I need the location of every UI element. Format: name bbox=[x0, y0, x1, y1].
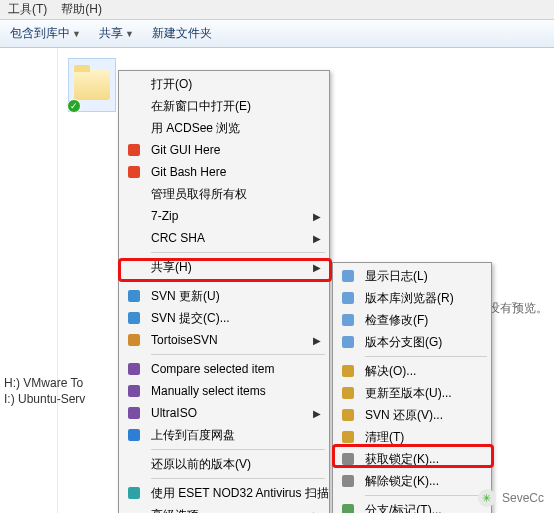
ctx-item-16[interactable]: Manually select items bbox=[121, 380, 327, 402]
ult-icon bbox=[126, 405, 142, 421]
svn-item-3[interactable]: 版本分支图(G) bbox=[335, 331, 489, 353]
ctx-item-12[interactable]: SVN 提交(C)... bbox=[121, 307, 327, 329]
log-icon bbox=[340, 268, 356, 284]
svg-rect-1 bbox=[128, 166, 140, 178]
svg-rect-4 bbox=[128, 334, 140, 346]
ctx-item-22[interactable]: 使用 ESET NOD32 Antivirus 扫描 bbox=[121, 482, 327, 504]
update-icon bbox=[340, 385, 356, 401]
submenu-arrow-icon: ▶ bbox=[313, 233, 321, 244]
ctx-item-2[interactable]: 用 ACDSee 浏览 bbox=[121, 117, 327, 139]
drive-list: H:) VMware To I:) Ubuntu-Serv bbox=[4, 375, 85, 407]
ctx-item-label: Git Bash Here bbox=[151, 165, 226, 179]
ctx-item-3[interactable]: Git GUI Here bbox=[121, 139, 327, 161]
unlock-icon bbox=[340, 473, 356, 489]
lock-icon bbox=[340, 451, 356, 467]
svg-rect-9 bbox=[128, 487, 140, 499]
svn-item-label: 清理(T) bbox=[365, 429, 404, 446]
blank-icon bbox=[126, 120, 142, 136]
svg-rect-21 bbox=[342, 475, 354, 487]
ctx-item-label: 在新窗口中打开(E) bbox=[151, 98, 251, 115]
tb-include-in-library[interactable]: 包含到库中 ▼ bbox=[10, 25, 81, 42]
check-icon bbox=[340, 312, 356, 328]
svn-item-9[interactable]: 获取锁定(K)... bbox=[335, 448, 489, 470]
svn-item-label: 版本分支图(G) bbox=[365, 334, 442, 351]
menu-tools[interactable]: 工具(T) bbox=[8, 1, 47, 18]
ctx-item-18[interactable]: 上传到百度网盘 bbox=[121, 424, 327, 446]
ctx-item-label: TortoiseSVN bbox=[151, 333, 218, 347]
ctx-item-label: SVN 提交(C)... bbox=[151, 310, 230, 327]
svg-rect-17 bbox=[342, 387, 354, 399]
tb-new-folder[interactable]: 新建文件夹 bbox=[152, 25, 212, 42]
watermark: ✳ SeveCc bbox=[478, 489, 544, 507]
eset-icon bbox=[126, 485, 142, 501]
svn-item-label: 检查修改(F) bbox=[365, 312, 428, 329]
ctx-item-label: SVN 更新(U) bbox=[151, 288, 220, 305]
nav-pane bbox=[0, 48, 58, 513]
ctx-item-label: 高级选项 bbox=[151, 507, 199, 514]
svn-item-6[interactable]: 更新至版本(U)... bbox=[335, 382, 489, 404]
blank-icon bbox=[126, 208, 142, 224]
svn-item-label: SVN 还原(V)... bbox=[365, 407, 443, 424]
explorer-toolbar: 包含到库中 ▼ 共享 ▼ 新建文件夹 bbox=[0, 20, 554, 48]
svn-item-label: 分支/标记(T)... bbox=[365, 502, 442, 514]
tb-share[interactable]: 共享 ▼ bbox=[99, 25, 134, 42]
ctx-item-20[interactable]: 还原以前的版本(V) bbox=[121, 453, 327, 475]
svn-item-10[interactable]: 解除锁定(K)... bbox=[335, 470, 489, 492]
context-menu: 打开(O)在新窗口中打开(E)用 ACDSee 浏览Git GUI HereGi… bbox=[118, 70, 330, 513]
svg-rect-6 bbox=[128, 385, 140, 397]
ctx-item-label: 还原以前的版本(V) bbox=[151, 456, 251, 473]
branch-icon bbox=[340, 502, 356, 513]
svn-item-7[interactable]: SVN 还原(V)... bbox=[335, 404, 489, 426]
svn-icon bbox=[126, 310, 142, 326]
ctx-item-0[interactable]: 打开(O) bbox=[121, 73, 327, 95]
svn-item-0[interactable]: 显示日志(L) bbox=[335, 265, 489, 287]
drive-i[interactable]: I:) Ubuntu-Serv bbox=[4, 391, 85, 407]
ctx-item-1[interactable]: 在新窗口中打开(E) bbox=[121, 95, 327, 117]
ctx-item-6[interactable]: 7-Zip▶ bbox=[121, 205, 327, 227]
svn-item-1[interactable]: 版本库浏览器(R) bbox=[335, 287, 489, 309]
blank-icon bbox=[126, 98, 142, 114]
baidu-icon bbox=[126, 427, 142, 443]
ctx-item-23[interactable]: 高级选项▶ bbox=[121, 504, 327, 513]
graph-icon bbox=[340, 334, 356, 350]
svg-rect-20 bbox=[342, 453, 354, 465]
svn-item-label: 解除锁定(K)... bbox=[365, 473, 439, 490]
blank-icon bbox=[126, 230, 142, 246]
ctx-item-15[interactable]: Compare selected item bbox=[121, 358, 327, 380]
svg-rect-14 bbox=[342, 314, 354, 326]
ctx-separator bbox=[151, 281, 325, 282]
git-icon bbox=[126, 164, 142, 180]
ctx-item-7[interactable]: CRC SHA▶ bbox=[121, 227, 327, 249]
svn-icon bbox=[126, 288, 142, 304]
drive-h[interactable]: H:) VMware To bbox=[4, 375, 85, 391]
folder-item-selected[interactable]: ✓ bbox=[68, 58, 116, 112]
ctx-item-5[interactable]: 管理员取得所有权 bbox=[121, 183, 327, 205]
ctx-item-17[interactable]: UltraISO▶ bbox=[121, 402, 327, 424]
svn-item-2[interactable]: 检查修改(F) bbox=[335, 309, 489, 331]
svn-item-8[interactable]: 清理(T) bbox=[335, 426, 489, 448]
svg-rect-0 bbox=[128, 144, 140, 156]
svg-rect-19 bbox=[342, 431, 354, 443]
svg-rect-7 bbox=[128, 407, 140, 419]
ctx-item-4[interactable]: Git Bash Here bbox=[121, 161, 327, 183]
blank-icon bbox=[126, 456, 142, 472]
menu-help[interactable]: 帮助(H) bbox=[61, 1, 102, 18]
svn-item-5[interactable]: 解决(O)... bbox=[335, 360, 489, 382]
ctx-item-11[interactable]: SVN 更新(U) bbox=[121, 285, 327, 307]
browse-icon bbox=[340, 290, 356, 306]
svn-item-12[interactable]: 分支/标记(T)... bbox=[335, 499, 489, 513]
ctx-item-label: 用 ACDSee 浏览 bbox=[151, 120, 240, 137]
svg-rect-13 bbox=[342, 292, 354, 304]
ctx-item-label: Git GUI Here bbox=[151, 143, 220, 157]
ctx-item-9[interactable]: 共享(H)▶ bbox=[121, 256, 327, 278]
svg-rect-8 bbox=[128, 429, 140, 441]
svg-rect-2 bbox=[128, 290, 140, 302]
svn-normal-overlay-icon: ✓ bbox=[67, 99, 81, 113]
svg-rect-3 bbox=[128, 312, 140, 324]
svn-item-label: 解决(O)... bbox=[365, 363, 416, 380]
ctx-item-label: Manually select items bbox=[151, 384, 266, 398]
svg-rect-16 bbox=[342, 365, 354, 377]
ctx-item-label: Compare selected item bbox=[151, 362, 274, 376]
ctx-item-13[interactable]: TortoiseSVN▶ bbox=[121, 329, 327, 351]
svg-rect-18 bbox=[342, 409, 354, 421]
